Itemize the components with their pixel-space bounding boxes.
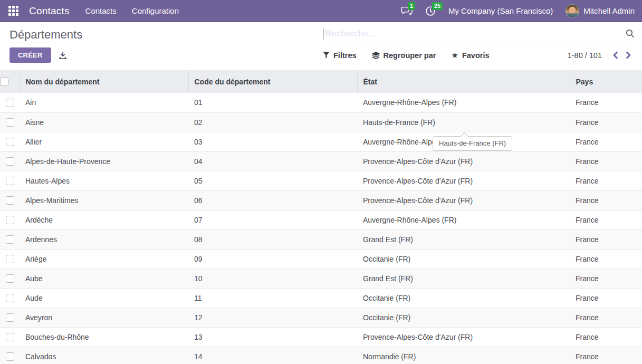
select-all-header[interactable] — [0, 70, 20, 93]
column-header-code[interactable]: Code du département — [188, 70, 357, 93]
filters-button[interactable]: Filtres — [323, 51, 357, 60]
cell-country[interactable]: France — [570, 93, 642, 112]
table-row[interactable]: Alpes-Maritimes 06 Provence-Alpes-Côte d… — [0, 190, 642, 210]
cell-country[interactable]: France — [570, 249, 642, 269]
column-header-state[interactable]: État — [357, 70, 570, 93]
cell-state[interactable]: Provence-Alpes-Côte d'Azur (FR) — [357, 171, 570, 190]
table-row[interactable]: Ariège 09 Occitanie (FR) France — [0, 249, 642, 269]
cell-department-code[interactable]: 13 — [188, 327, 357, 347]
cell-department-name[interactable]: Calvados — [20, 347, 188, 364]
search-icon[interactable] — [626, 29, 635, 40]
cell-country[interactable]: France — [570, 347, 642, 364]
table-row[interactable]: Bouches-du-Rhône 13 Provence-Alpes-Côte … — [0, 327, 642, 347]
cell-state[interactable]: Normandie (FR) — [357, 347, 570, 364]
app-brand[interactable]: Contacts — [29, 5, 70, 17]
cell-department-code[interactable]: 06 — [188, 190, 357, 210]
table-row[interactable]: Aveyron 12 Occitanie (FR) France — [0, 308, 642, 327]
cell-department-name[interactable]: Bouches-du-Rhône — [20, 327, 188, 347]
row-checkbox[interactable] — [6, 99, 14, 107]
cell-department-code[interactable]: 09 — [188, 249, 357, 269]
user-menu[interactable]: Mitchell Admin — [566, 4, 635, 18]
cell-department-code[interactable]: 02 — [188, 112, 357, 132]
cell-department-name[interactable]: Aveyron — [20, 308, 188, 327]
cell-department-name[interactable]: Aude — [20, 288, 188, 308]
table-row[interactable]: Calvados 14 Normandie (FR) France — [0, 347, 642, 364]
cell-country[interactable]: France — [570, 210, 642, 229]
table-row[interactable]: Aisne 02 Hauts-de-France (FR) France — [0, 112, 642, 132]
cell-department-code[interactable]: 01 — [188, 93, 357, 112]
cell-department-name[interactable]: Alpes-de-Haute-Provence — [20, 151, 188, 171]
cell-country[interactable]: France — [570, 269, 642, 288]
row-checkbox[interactable] — [6, 352, 14, 361]
company-switcher[interactable]: My Company (San Francisco) — [448, 6, 553, 15]
table-row[interactable]: Allier 03 Auvergne-Rhône-Alpes (FR) Fran… — [0, 132, 642, 151]
row-checkbox[interactable] — [6, 216, 14, 224]
cell-department-name[interactable]: Aube — [20, 269, 188, 288]
table-row[interactable]: Ain 01 Auvergne-Rhône-Alpes (FR) France — [0, 93, 642, 112]
apps-menu-icon[interactable] — [8, 6, 18, 16]
cell-country[interactable]: France — [570, 327, 642, 347]
cell-department-code[interactable]: 14 — [188, 347, 357, 364]
row-checkbox[interactable] — [6, 255, 14, 263]
cell-country[interactable]: France — [570, 308, 642, 327]
activities-button[interactable]: 25 — [425, 6, 436, 16]
cell-country[interactable]: France — [570, 112, 642, 132]
create-button[interactable]: CRÉER — [9, 47, 51, 63]
table-row[interactable]: Aube 10 Grand Est (FR) France — [0, 269, 642, 288]
cell-state[interactable]: Provence-Alpes-Côte d'Azur (FR) — [357, 327, 570, 347]
export-button[interactable] — [59, 51, 67, 60]
cell-country[interactable]: France — [570, 132, 642, 151]
cell-state[interactable]: Auvergne-Rhône-Alpes (FR) — [357, 210, 570, 229]
cell-state[interactable]: Auvergne-Rhône-Alpes (FR) — [357, 93, 570, 112]
cell-country[interactable]: France — [570, 229, 642, 249]
favorites-button[interactable]: ★ Favoris — [451, 51, 489, 60]
messages-button[interactable]: 1 — [401, 6, 413, 16]
select-all-checkbox[interactable] — [0, 78, 8, 86]
row-checkbox[interactable] — [6, 294, 14, 302]
cell-state[interactable]: Grand Est (FR) — [357, 229, 570, 249]
cell-department-code[interactable]: 04 — [188, 151, 357, 171]
table-row[interactable]: Aude 11 Occitanie (FR) France — [0, 288, 642, 308]
cell-state[interactable]: Occitanie (FR) — [357, 308, 570, 327]
group-by-button[interactable]: Regrouper par — [372, 51, 436, 60]
search-input[interactable] — [323, 28, 636, 41]
cell-department-name[interactable]: Alpes-Maritimes — [20, 190, 188, 210]
cell-department-name[interactable]: Hautes-Alpes — [20, 171, 188, 190]
table-row[interactable]: Ardennes 08 Grand Est (FR) France — [0, 229, 642, 249]
cell-department-name[interactable]: Ardèche — [20, 210, 188, 229]
table-row[interactable]: Alpes-de-Haute-Provence 04 Provence-Alpe… — [0, 151, 642, 171]
cell-department-name[interactable]: Aisne — [20, 112, 188, 132]
menu-item-configuration[interactable]: Configuration — [132, 6, 179, 15]
row-checkbox[interactable] — [6, 235, 14, 244]
cell-state[interactable]: Hauts-de-France (FR) — [357, 112, 570, 132]
cell-state[interactable]: Provence-Alpes-Côte d'Azur (FR) — [357, 151, 570, 171]
row-checkbox[interactable] — [6, 313, 14, 322]
column-header-name[interactable]: Nom du département — [20, 70, 188, 93]
cell-state[interactable]: Grand Est (FR) — [357, 269, 570, 288]
cell-country[interactable]: France — [570, 151, 642, 171]
cell-department-name[interactable]: Ain — [20, 93, 188, 112]
cell-state[interactable]: Provence-Alpes-Côte d'Azur (FR) — [357, 190, 570, 210]
row-checkbox[interactable] — [6, 118, 14, 127]
table-row[interactable]: Ardèche 07 Auvergne-Rhône-Alpes (FR) Fra… — [0, 210, 642, 229]
cell-country[interactable]: France — [570, 190, 642, 210]
row-checkbox[interactable] — [6, 333, 14, 341]
cell-department-code[interactable]: 03 — [188, 132, 357, 151]
row-checkbox[interactable] — [6, 196, 14, 205]
pager-previous-button[interactable] — [611, 50, 619, 60]
cell-department-code[interactable]: 08 — [188, 229, 357, 249]
cell-department-code[interactable]: 07 — [188, 210, 357, 229]
row-checkbox[interactable] — [6, 274, 14, 283]
cell-state[interactable]: Occitanie (FR) — [357, 288, 570, 308]
cell-country[interactable]: France — [570, 288, 642, 308]
row-checkbox[interactable] — [6, 157, 14, 166]
cell-department-name[interactable]: Allier — [20, 132, 188, 151]
cell-department-code[interactable]: 05 — [188, 171, 357, 190]
menu-item-contacts[interactable]: Contacts — [85, 6, 117, 15]
row-checkbox[interactable] — [6, 138, 14, 146]
cell-country[interactable]: France — [570, 171, 642, 190]
row-checkbox[interactable] — [6, 177, 14, 185]
cell-department-code[interactable]: 11 — [188, 288, 357, 308]
pager-next-button[interactable] — [625, 50, 633, 60]
cell-state[interactable]: Occitanie (FR) — [357, 249, 570, 269]
